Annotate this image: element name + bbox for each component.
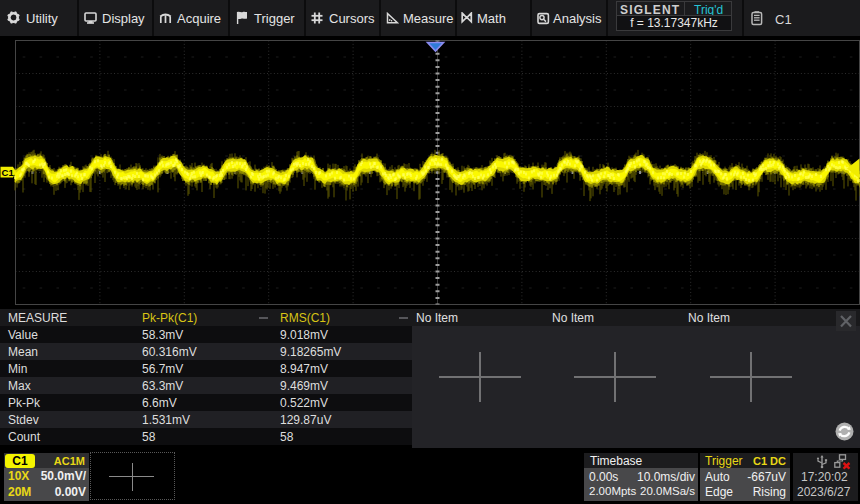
svg-text:C1: C1 <box>2 167 15 178</box>
